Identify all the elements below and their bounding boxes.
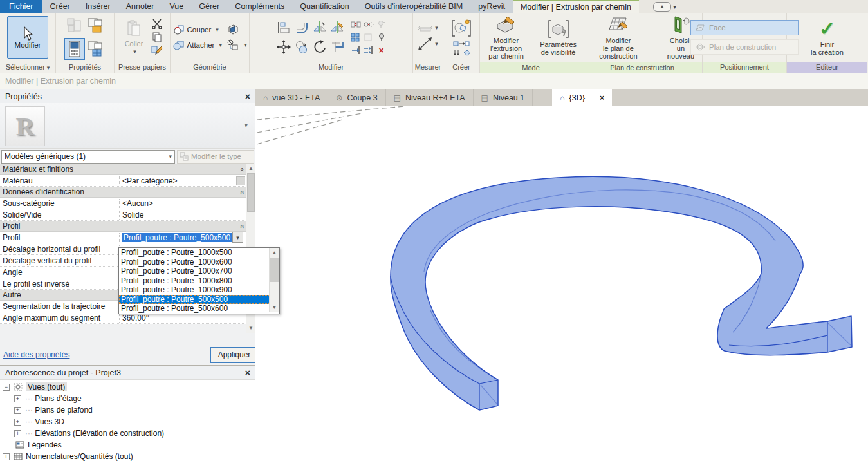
tab-pyrevit[interactable]: pyRevit — [470, 0, 513, 13]
properties-header[interactable]: Propriétés × — [0, 89, 255, 103]
project-browser-close-icon[interactable]: × — [245, 368, 250, 377]
collapse-section-icon[interactable]: « — [238, 167, 246, 171]
panel-label-editeur[interactable]: Editeur — [787, 62, 867, 73]
copy-icon[interactable] — [152, 32, 162, 42]
panel-label-presse-papiers[interactable]: Presse-papiers — [115, 62, 170, 73]
edit-sweep-button[interactable]: Modifier l'extrusion par chemin — [482, 14, 530, 61]
align-dim-icon[interactable] — [351, 20, 361, 29]
finish-edit-button[interactable]: ✓ Finir la création — [808, 18, 847, 57]
tab-creer[interactable]: Créer — [42, 0, 78, 13]
view-tab-niveau-r4[interactable]: ▤ Niveau R+4 ETA — [386, 89, 474, 106]
dropdown-item[interactable]: Profil_poutre : Poutre_1000x800 — [119, 276, 270, 286]
copy-tool-icon[interactable] — [294, 40, 309, 54]
trim-single-icon[interactable] — [351, 46, 361, 55]
rotate-icon[interactable] — [312, 40, 328, 54]
panel-label-mode[interactable]: Mode — [480, 62, 582, 73]
dropdown-scroll-up-icon[interactable]: ▲ — [270, 249, 279, 257]
edit-workplane-button[interactable]: Modifier le plan de construction — [584, 14, 652, 61]
expand-node-icon[interactable]: + — [14, 407, 21, 414]
create-group-icon[interactable] — [453, 41, 470, 47]
tree-item-vues[interactable]: − Vues (tout) — [0, 381, 255, 393]
dropdown-scrollbar-thumb[interactable] — [270, 258, 279, 282]
preview-caret-icon[interactable]: ▾ — [244, 121, 248, 129]
scrollbar-thumb[interactable] — [247, 173, 255, 212]
view-tab-vue-3d-eta[interactable]: ⌂ vue 3D - ETA — [255, 89, 328, 106]
unpin-icon[interactable] — [376, 20, 387, 29]
profil-value-selected[interactable]: Profil_poutre : Poutre_500x500 — [122, 233, 232, 242]
modify-tool-button[interactable]: Modifier — [7, 16, 48, 59]
panel-label-modifier[interactable]: Modifier — [250, 62, 412, 73]
array-icon[interactable] — [351, 33, 361, 42]
placement-workplane-button[interactable]: Plan de construction — [690, 39, 799, 55]
collapse-section-icon[interactable]: « — [238, 224, 246, 227]
expand-node-icon[interactable]: + — [14, 419, 21, 426]
user-interface-icon[interactable] — [87, 41, 104, 57]
edit-type-button[interactable]: Modifier le type — [177, 150, 254, 164]
tab-fichier[interactable]: Fichier — [0, 0, 42, 13]
material-browse-button[interactable] — [236, 176, 245, 185]
scroll-up-icon[interactable]: ▲ — [246, 164, 255, 173]
properties-help-link[interactable]: Aide des propriétés — [3, 350, 69, 359]
match-properties-brush-icon[interactable] — [151, 46, 163, 56]
expand-node-icon[interactable]: + — [3, 453, 10, 460]
pin-icon[interactable] — [376, 33, 387, 42]
cut-scissors-icon[interactable] — [151, 19, 163, 29]
create-assembly-icon[interactable] — [453, 49, 470, 57]
properties-palette-button[interactable] — [64, 38, 85, 60]
paste-button[interactable]: Coller ▾ — [122, 19, 147, 57]
scroll-down-icon[interactable]: ▼ — [246, 324, 255, 333]
tab-contextual-modifier-extrusion[interactable]: Modifier | Extrusion par chemin — [513, 0, 639, 13]
tab-complements[interactable]: Compléments — [227, 0, 292, 13]
family-types-icon[interactable] — [66, 17, 83, 34]
view-tab-3d-active[interactable]: ⌂ {3D} × — [552, 89, 612, 106]
drawing-area[interactable] — [255, 106, 868, 461]
section-materiaux[interactable]: Matériaux et finitions« — [0, 164, 246, 175]
measure-between-button[interactable]: ▾ — [418, 37, 438, 51]
expand-node-icon[interactable]: + — [14, 430, 21, 437]
3d-model-sweep[interactable] — [391, 176, 852, 410]
properties-close-icon[interactable]: × — [245, 92, 250, 101]
panel-label-proprietes[interactable]: Propriétés — [56, 62, 114, 73]
tree-item-plans-plafond[interactable]: + ··· Plans de plafond — [0, 404, 255, 416]
trim-multiple-icon[interactable] — [364, 46, 374, 55]
tab-quantification[interactable]: Quantification — [292, 0, 356, 13]
tree-item-nomenclatures[interactable]: + Nomenclatures/Quantités (tout) — [0, 451, 255, 461]
unjoin-elements-icon[interactable] — [226, 39, 239, 51]
tab-gerer[interactable]: Gérer — [191, 0, 227, 13]
unjoin-caret-icon[interactable]: ▾ — [244, 42, 247, 48]
visibility-settings-button[interactable]: Paramètres de visibilité — [537, 18, 580, 57]
tree-item-elevations[interactable]: + ··· Elévations (Elévation de construct… — [0, 428, 255, 439]
panel-label-mesurer[interactable]: Mesurer — [413, 62, 443, 73]
panel-label-selectionner[interactable]: Sélectionner▾ — [0, 62, 55, 73]
dropdown-item[interactable]: Profil_poutre : Poutre_1000x600 — [119, 258, 270, 267]
panel-label-creer[interactable]: Créer — [443, 62, 479, 73]
panel-label-positionnement[interactable]: Positionnement — [703, 62, 786, 73]
section-donnees[interactable]: Données d'identification« — [0, 187, 246, 198]
tree-item-vues-3d[interactable]: + ··· Vues 3D — [0, 416, 255, 428]
ribbon-collapse-caret-icon[interactable]: ▾ — [673, 3, 676, 10]
paint-cube-icon[interactable] — [226, 24, 239, 35]
measure-ruler-button[interactable]: ▾ — [418, 24, 438, 32]
dropdown-item[interactable]: Profil_poutre : Poutre_1000x900 — [119, 285, 270, 295]
family-browser-icon[interactable] — [87, 17, 104, 34]
tab-vue[interactable]: Vue — [162, 0, 191, 13]
offset-icon[interactable] — [294, 21, 309, 35]
collapse-node-icon[interactable]: − — [3, 384, 10, 391]
tree-item-legendes[interactable]: Légendes — [0, 439, 255, 451]
mirror-draw-axis-icon[interactable] — [330, 21, 346, 35]
tree-item-plans-etage[interactable]: + ··· Plans d'étage — [0, 393, 255, 404]
tab-annoter[interactable]: Annoter — [118, 0, 162, 13]
mirror-pick-axis-icon[interactable] — [312, 21, 328, 35]
tab-interoperabilite-bim[interactable]: Outils d'interopérabilité BIM — [357, 0, 470, 13]
expand-node-icon[interactable]: + — [14, 395, 21, 402]
move-icon[interactable] — [276, 40, 291, 54]
cut-button[interactable]: Couper — [187, 26, 212, 33]
delete-icon[interactable]: × — [378, 46, 383, 55]
dropdown-item[interactable]: Profil_poutre : Poutre_1000x500 — [119, 248, 270, 258]
dropdown-item[interactable]: Profil_poutre : Poutre_1000x700 — [119, 267, 270, 276]
align-icon[interactable] — [276, 21, 291, 35]
panel-label-plan-construction[interactable]: Plan de construction — [582, 62, 702, 73]
scale-icon[interactable] — [364, 33, 374, 42]
dropdown-scroll-down-icon[interactable]: ▼ — [270, 303, 279, 312]
trim-extend-icon[interactable] — [330, 40, 346, 54]
